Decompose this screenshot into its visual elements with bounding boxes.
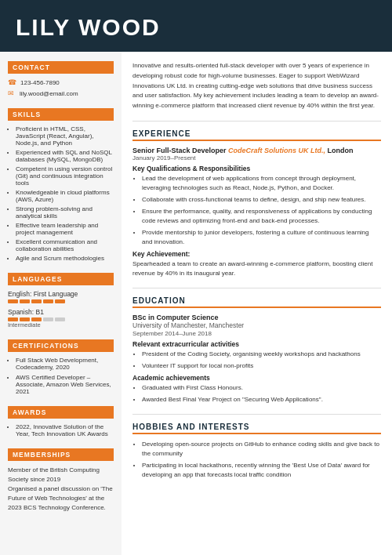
summary-section: Innovative and results-oriented full-sta…	[132, 61, 381, 111]
bar-seg	[20, 299, 30, 303]
divider	[132, 288, 381, 288]
edu-school: University of Manchester, Manchester	[132, 321, 381, 329]
list-item: Proficient in HTML, CSS, JavaScript (Rea…	[16, 125, 114, 147]
phone-number: 123-456-7890	[20, 79, 60, 86]
list-item: Competent in using version control (Git)…	[16, 165, 114, 187]
bar-seg	[31, 299, 42, 303]
list-item: Experienced with SQL and NoSQL databases…	[16, 149, 114, 163]
skills-section: SKILLS Proficient in HTML, CSS, JavaScri…	[8, 108, 114, 262]
education-title: EDUCATION	[132, 296, 381, 308]
hobbies-list: Developing open-source projects on GitHu…	[132, 440, 381, 480]
email-address: lily.wood@email.com	[20, 90, 78, 97]
skills-title: SKILLS	[8, 108, 114, 121]
list-item: Participating in local hackathons, recen…	[142, 461, 381, 480]
bar-seg	[43, 317, 53, 321]
email-icon: ✉	[8, 89, 16, 97]
list-item: Developing open-source projects on GitHu…	[142, 440, 381, 459]
skills-list: Proficient in HTML, CSS, JavaScript (Rea…	[8, 125, 114, 262]
edu-date: September 2014–June 2018	[132, 330, 381, 337]
contact-email: ✉ lily.wood@email.com	[8, 89, 114, 97]
awards-list: 2022, Innovative Solution of the Year, T…	[8, 423, 114, 437]
education-entry: BSc in Computer Science University of Ma…	[132, 314, 381, 404]
phone-icon: ☎	[8, 78, 16, 86]
contact-title: CONTACT	[8, 61, 114, 74]
awards-section: AWARDS 2022, Innovative Solution of the …	[8, 406, 114, 437]
list-item: Effective team leadership and project ma…	[16, 222, 114, 236]
job-title-text: Senior Full-Stack Developer	[132, 147, 227, 154]
language-english: English: First Language	[8, 290, 114, 303]
sidebar: CONTACT ☎ 123-456-7890 ✉ lily.wood@email…	[0, 52, 122, 555]
languages-title: LANGUAGES	[8, 273, 114, 285]
bar-seg	[55, 317, 65, 321]
education-section: EDUCATION BSc in Computer Science Univer…	[132, 296, 381, 404]
experience-title: EXPERIENCE	[132, 129, 381, 141]
qualifications-label: Key Qualifications & Responsibilities	[132, 165, 381, 172]
academic-label: Academic achievements	[132, 374, 381, 382]
job-entry: Senior Full-Stack Developer CodeCraft So…	[132, 147, 381, 278]
list-item: Provide mentorship to junior developers,…	[142, 228, 381, 247]
awards-title: AWARDS	[8, 406, 114, 419]
header-section: LILY WOOD	[0, 0, 392, 52]
achievement-text: Spearheaded a team to create an award-wi…	[132, 259, 381, 278]
edu-degree: BSc in Computer Science	[132, 314, 381, 321]
list-item: Full Stack Web Development, Codecademy, …	[16, 357, 114, 371]
languages-section: LANGUAGES English: First Language Spanis…	[8, 273, 114, 328]
hobbies-title: HOBBIES AND INTERESTS	[132, 423, 381, 434]
list-item: Knowledgeable in cloud platforms (AWS, A…	[16, 189, 114, 203]
job-company: CodeCraft Solutions UK Ltd.,	[228, 147, 325, 154]
achievement-label: Key Achievement:	[132, 250, 381, 258]
job-location: London	[328, 147, 354, 154]
list-item: Excellent communication and collaboratio…	[16, 238, 114, 252]
academic-list: Graduated with First Class Honours. Awar…	[132, 383, 381, 404]
memberships-section: MEMBERSHIPS Member of the British Comput…	[8, 448, 114, 513]
contact-phone: ☎ 123-456-7890	[8, 78, 114, 86]
lang-level-english: First Language	[34, 290, 78, 298]
certifications-title: CERTIFICATIONS	[8, 339, 114, 352]
list-item: Ensure the performance, quality, and res…	[142, 207, 381, 226]
memberships-title: MEMBERSHIPS	[8, 448, 114, 461]
extracurricular-list: President of the Coding Society, organis…	[132, 350, 381, 371]
bar-seg	[8, 299, 18, 303]
job-date: January 2019–Present	[132, 154, 381, 161]
divider	[132, 414, 381, 415]
lang-name-english: English:	[8, 290, 31, 298]
main-content: Innovative and results-oriented full-sta…	[122, 52, 392, 555]
certifications-list: Full Stack Web Development, Codecademy, …	[8, 357, 114, 395]
bar-seg	[55, 299, 65, 303]
list-item: Agile and Scrum methodologies	[16, 255, 114, 262]
lang-bar-english	[8, 299, 114, 303]
list-item: AWS Certified Developer – Associate, Ama…	[16, 374, 114, 395]
list-item: Lead the development of web applications…	[142, 174, 381, 193]
contact-section: CONTACT ☎ 123-456-7890 ✉ lily.wood@email…	[8, 61, 114, 97]
lang-level-spanish: B1	[35, 308, 43, 316]
memberships-text: Member of the British Computing Society …	[8, 466, 114, 513]
list-item: President of the Coding Society, organis…	[142, 350, 381, 359]
divider	[132, 121, 381, 122]
experience-section: EXPERIENCE Senior Full-Stack Developer C…	[132, 129, 381, 278]
hobbies-section: HOBBIES AND INTERESTS Developing open-so…	[132, 423, 381, 480]
main-layout: CONTACT ☎ 123-456-7890 ✉ lily.wood@email…	[0, 52, 392, 555]
list-item: Awarded Best Final Year Project on "Secu…	[142, 395, 381, 404]
extracurricular-label: Relevant extracurricular activities	[132, 340, 381, 348]
summary-text: Innovative and results-oriented full-sta…	[132, 61, 381, 111]
list-item: Graduated with First Class Honours.	[142, 383, 381, 393]
certifications-section: CERTIFICATIONS Full Stack Web Developmen…	[8, 339, 114, 395]
candidate-name: LILY WOOD	[16, 14, 376, 41]
lang-sublabel: Intermediate	[8, 321, 114, 328]
job-bullets: Lead the development of web applications…	[132, 174, 381, 247]
lang-name-spanish: Spanish:	[8, 308, 34, 316]
list-item: Volunteer IT support for local non-profi…	[142, 361, 381, 371]
list-item: 2022, Innovative Solution of the Year, T…	[16, 423, 114, 437]
bar-seg	[43, 299, 53, 303]
list-item: Strong problem-solving and analytical sk…	[16, 205, 114, 219]
list-item: Collaborate with cross-functional teams …	[142, 195, 381, 205]
language-spanish: Spanish: B1 Intermediate	[8, 308, 114, 328]
